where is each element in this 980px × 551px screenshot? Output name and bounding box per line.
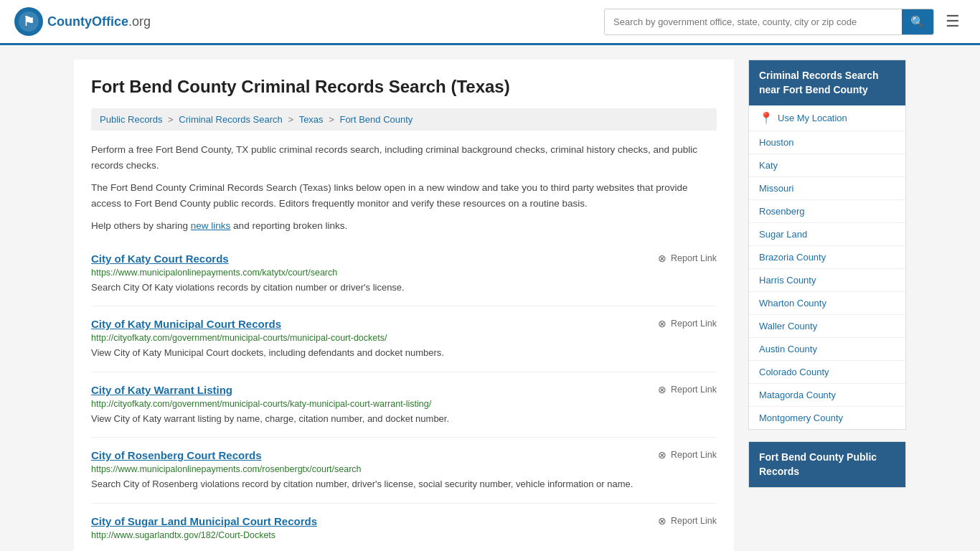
nearby-box: Criminal Records Search near Fort Bend C… [748, 60, 906, 430]
report-link-label-0: Report Link [671, 253, 717, 263]
record-title-0[interactable]: City of Katy Court Records [91, 253, 229, 265]
record-item: City of Sugar Land Municipal Court Recor… [91, 504, 717, 551]
page-title: Fort Bend County Criminal Records Search… [91, 77, 717, 97]
record-item: City of Katy Warrant Listing ⊗ Report Li… [91, 372, 717, 438]
sidebar-city-link-10[interactable]: Colorado County [759, 367, 829, 377]
record-desc-1: View City of Katy Municipal Court docket… [91, 346, 717, 360]
record-item: City of Katy Court Records ⊗ Report Link… [91, 241, 717, 307]
sidebar-city-link-7[interactable]: Wharton County [759, 298, 826, 309]
sidebar-city-item: Waller County [749, 315, 905, 338]
record-desc-2: View City of Katy warrant listing by nam… [91, 412, 717, 426]
report-icon-1: ⊗ [658, 318, 666, 329]
sidebar-city-item: Rosenberg [749, 200, 905, 223]
record-title-4[interactable]: City of Sugar Land Municipal Court Recor… [91, 515, 317, 527]
sidebar-city-item: Brazoria County [749, 246, 905, 269]
use-location-link[interactable]: Use My Location [778, 113, 847, 123]
report-icon-3: ⊗ [658, 449, 666, 461]
page-container: Fort Bend County Criminal Records Search… [60, 45, 920, 551]
search-input[interactable] [605, 11, 902, 33]
record-item: City of Rosenberg Court Records ⊗ Report… [91, 438, 717, 504]
breadcrumb-fort-bend-county[interactable]: Fort Bend County [339, 114, 413, 125]
record-desc-0: Search City Of Katy violations records b… [91, 281, 717, 295]
intro3-pre-text: Help others by sharing [91, 220, 191, 231]
record-url-0[interactable]: https://www.municipalonlinepayments.com/… [91, 268, 717, 278]
sidebar-city-link-3[interactable]: Rosenberg [759, 206, 805, 217]
sidebar-city-item: Austin County [749, 338, 905, 361]
breadcrumb-texas[interactable]: Texas [299, 114, 324, 125]
records-list: City of Katy Court Records ⊗ Report Link… [91, 241, 717, 551]
record-url-2[interactable]: http://cityofkaty.com/government/municip… [91, 399, 717, 409]
breadcrumb-criminal-records-search[interactable]: Criminal Records Search [179, 114, 283, 125]
report-link-label-2: Report Link [671, 385, 717, 395]
sidebar-city-item: Colorado County [749, 361, 905, 384]
use-location-item[interactable]: 📍 Use My Location [749, 105, 905, 131]
record-item: City of Katy Municipal Court Records ⊗ R… [91, 306, 717, 372]
nearby-cities-list: HoustonKatyMissouriRosenbergSugar LandBr… [749, 131, 905, 429]
breadcrumb-sep-3: > [329, 114, 336, 125]
logo-icon: ⚑ [14, 7, 43, 36]
logo[interactable]: ⚑ CountyOffice.org [14, 7, 151, 36]
report-link-label-4: Report Link [671, 516, 717, 526]
search-button[interactable]: 🔍 [902, 9, 933, 34]
sidebar-city-item: Missouri [749, 177, 905, 200]
svg-text:⚑: ⚑ [23, 14, 34, 29]
intro-paragraph-3: Help others by sharing new links and rep… [91, 218, 717, 234]
public-records-header: Fort Bend County Public Records [749, 442, 905, 487]
report-link-0[interactable]: ⊗ Report Link [658, 253, 717, 264]
breadcrumb-sep-2: > [288, 114, 296, 125]
header-right: 🔍 ☰ [604, 9, 966, 35]
report-link-3[interactable]: ⊗ Report Link [658, 449, 717, 461]
sidebar-city-link-11[interactable]: Matagorda County [759, 390, 836, 400]
sidebar-city-link-1[interactable]: Katy [759, 160, 778, 171]
sidebar-city-item: Montgomery County [749, 407, 905, 429]
sidebar: Criminal Records Search near Fort Bend C… [748, 60, 906, 551]
sidebar-city-item: Wharton County [749, 292, 905, 315]
sidebar-city-item: Harris County [749, 269, 905, 292]
breadcrumb-public-records[interactable]: Public Records [100, 114, 162, 125]
site-header: ⚑ CountyOffice.org 🔍 ☰ [0, 0, 980, 45]
sidebar-city-link-6[interactable]: Harris County [759, 275, 816, 286]
record-title-2[interactable]: City of Katy Warrant Listing [91, 384, 232, 396]
record-title-1[interactable]: City of Katy Municipal Court Records [91, 318, 281, 330]
record-title-3[interactable]: City of Rosenberg Court Records [91, 449, 262, 461]
breadcrumb: Public Records > Criminal Records Search… [91, 108, 717, 131]
sidebar-city-link-2[interactable]: Missouri [759, 183, 793, 194]
report-icon-4: ⊗ [658, 515, 666, 527]
intro-paragraph-2: The Fort Bend County Criminal Records Se… [91, 180, 717, 211]
report-icon-2: ⊗ [658, 384, 666, 395]
report-icon-0: ⊗ [658, 253, 666, 264]
record-url-3[interactable]: https://www.municipalonlinepayments.com/… [91, 464, 717, 474]
sidebar-city-link-4[interactable]: Sugar Land [759, 229, 807, 240]
report-link-4[interactable]: ⊗ Report Link [658, 515, 717, 527]
record-url-4[interactable]: http://www.sugarlandtx.gov/182/Court-Doc… [91, 530, 717, 540]
sidebar-city-link-8[interactable]: Waller County [759, 321, 817, 331]
search-icon: 🔍 [910, 16, 925, 28]
report-link-1[interactable]: ⊗ Report Link [658, 318, 717, 329]
intro3-post-text: and reporting broken links. [230, 220, 347, 231]
hamburger-icon: ☰ [946, 12, 960, 30]
sidebar-city-item: Sugar Land [749, 223, 905, 246]
sidebar-city-link-9[interactable]: Austin County [759, 344, 817, 354]
sidebar-city-item: Houston [749, 131, 905, 154]
record-url-1[interactable]: http://cityofkaty.com/government/municip… [91, 333, 717, 343]
report-link-2[interactable]: ⊗ Report Link [658, 384, 717, 395]
intro-paragraph-1: Perform a free Fort Bend County, TX publ… [91, 142, 717, 173]
record-desc-3: Search City of Rosenberg violations reco… [91, 477, 717, 491]
nearby-header: Criminal Records Search near Fort Bend C… [749, 60, 905, 105]
logo-text: CountyOffice.org [47, 14, 151, 29]
report-link-label-3: Report Link [671, 450, 717, 460]
sidebar-city-item: Matagorda County [749, 384, 905, 407]
main-content: Fort Bend County Criminal Records Search… [74, 60, 734, 551]
sidebar-city-link-0[interactable]: Houston [759, 137, 793, 148]
search-bar: 🔍 [604, 9, 934, 35]
public-records-box: Fort Bend County Public Records [748, 441, 906, 488]
menu-button[interactable]: ☰ [940, 9, 966, 34]
breadcrumb-sep-1: > [168, 114, 176, 125]
report-link-label-1: Report Link [671, 319, 717, 329]
sidebar-city-link-5[interactable]: Brazoria County [759, 252, 826, 263]
new-links-link[interactable]: new links [191, 220, 231, 231]
sidebar-city-item: Katy [749, 154, 905, 177]
sidebar-city-link-12[interactable]: Montgomery County [759, 413, 843, 423]
location-icon: 📍 [759, 111, 773, 125]
